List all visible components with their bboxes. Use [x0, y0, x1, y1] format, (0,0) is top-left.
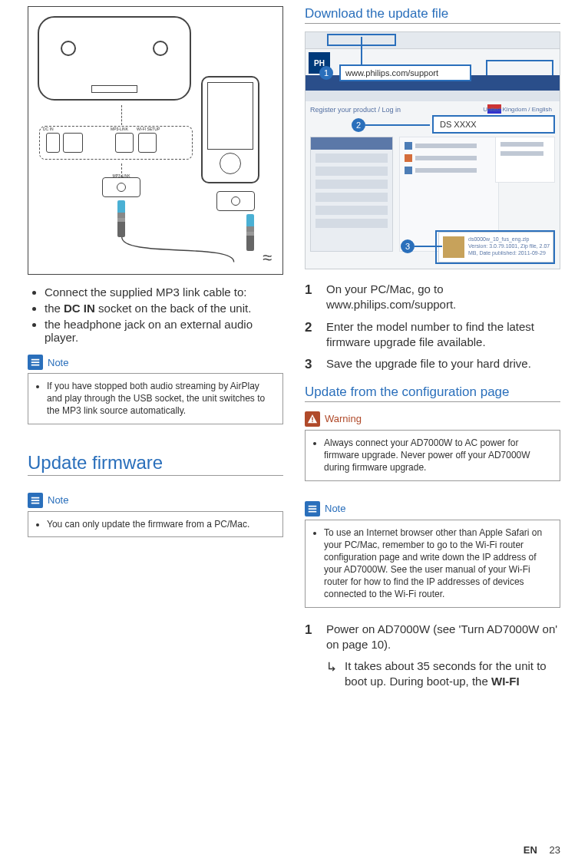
jack-label: MP3-LINK	[112, 173, 130, 178]
note-text: To use an Internet browser other than Ap…	[324, 526, 552, 601]
connect-item-headphone: the headphone jack on an external audio …	[45, 318, 283, 344]
update-firmware-heading: Update firmware	[28, 452, 283, 476]
callout-file-box	[435, 230, 555, 264]
footer-lang: EN	[524, 844, 537, 856]
left-column: DC IN MP3-LINK WI-FI SETUP MP3-LINK ≈ Co…	[28, 6, 283, 690]
warning-ac-power: Warning Always connect your AD7000W to A…	[305, 411, 560, 481]
wifi-setup-label: WI-FI SETUP	[137, 127, 160, 131]
region-language-text: United Kingdom / English	[483, 106, 552, 113]
callout-badge-2: 2	[352, 118, 365, 132]
right-panel	[495, 137, 555, 183]
right-column: Download the update file PH United Kingd…	[305, 6, 560, 690]
register-product-text: Register your product / Log in	[310, 106, 401, 114]
connect-sublist: the DC IN socket on the back of the unit…	[28, 302, 283, 344]
audio-plug-right	[246, 214, 254, 251]
update-config-heading: Update from the configuration page	[305, 384, 560, 402]
page-footer: EN 23	[524, 844, 560, 856]
note-title: Note	[48, 357, 68, 368]
note-title: Note	[48, 494, 68, 506]
step-1: 1 On your PC/Mac, go to www.philips.com/…	[305, 282, 560, 313]
callout-badge-3: 3	[401, 239, 415, 253]
note-mp3-link-auto: Note If you have stopped both audio stre…	[28, 355, 283, 424]
note-text: If you have stopped both audio streaming…	[47, 380, 275, 417]
warning-text: Always connect your AD7000W to AC power …	[324, 437, 552, 474]
note-title: Note	[325, 503, 345, 514]
left-nav-panel	[310, 137, 393, 252]
warning-icon	[305, 411, 320, 427]
footer-page-number: 23	[550, 844, 560, 856]
callout-badge-1: 1	[319, 66, 333, 80]
note-icon	[28, 493, 43, 508]
back-panel-illustration: DC IN MP3-LINK WI-FI SETUP	[39, 126, 193, 160]
callout-search: DS XXXX	[432, 115, 555, 134]
config-step-1: 1 Power on AD7000W (see 'Turn AD7000W on…	[305, 622, 560, 653]
callout-search-text: DS XXXX	[440, 120, 477, 129]
result-arrow-icon	[328, 658, 339, 690]
connect-item-dc-in: the DC IN socket on the back of the unit…	[45, 302, 283, 315]
step-3: 3 Save the upgrade file to your hard dri…	[305, 356, 560, 374]
config-step-1-result: It takes about 35 seconds for the unit t…	[328, 658, 560, 690]
connect-instructions: Connect the supplied MP3 link cable to:	[28, 285, 283, 299]
audio-cable	[119, 237, 241, 265]
config-steps: 1 Power on AD7000W (see 'Turn AD7000W on…	[305, 622, 560, 690]
mp3-link-jack-illustration: MP3-LINK	[102, 177, 140, 197]
note-firmware-pc-mac: Note You can only update the firmware fr…	[28, 493, 283, 537]
note-browser-ip: Note To use an Internet browser other th…	[305, 501, 560, 608]
download-update-heading: Download the update file	[305, 6, 560, 24]
warning-title: Warning	[325, 413, 362, 424]
svg-rect-1	[312, 421, 312, 422]
connect-intro: Connect the supplied MP3 link cable to:	[45, 285, 283, 299]
speaker-illustration	[38, 16, 191, 101]
step-2: 2 Enter the model number to find the lat…	[305, 319, 560, 351]
headphone-jack-illustration	[216, 191, 255, 211]
mp3-player-illustration	[201, 76, 259, 183]
mp3-link-label: MP3-LINK	[111, 127, 128, 131]
svg-rect-0	[312, 417, 312, 420]
audio-plug-left	[117, 200, 125, 237]
connection-diagram: DC IN MP3-LINK WI-FI SETUP MP3-LINK ≈	[28, 6, 283, 275]
callout-url-text: www.philips.com/support	[345, 68, 438, 78]
note-text: You can only update the firmware from a …	[47, 518, 275, 530]
note-icon	[305, 501, 320, 517]
dc-in-label: DC IN	[43, 127, 54, 131]
note-icon	[28, 355, 43, 370]
cable-break-symbol: ≈	[263, 248, 272, 268]
support-website-screenshot: PH United Kingdom / English Register you…	[305, 31, 560, 269]
download-steps: 1 On your PC/Mac, go to www.philips.com/…	[305, 282, 560, 374]
callout-url: www.philips.com/support	[339, 64, 471, 81]
callout-language-box	[486, 60, 553, 77]
